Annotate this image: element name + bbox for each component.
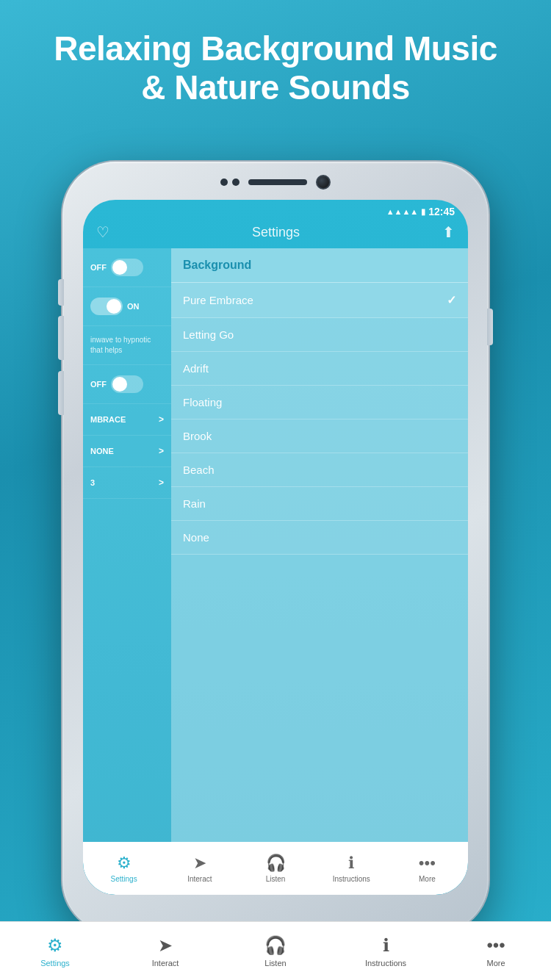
option3-label: 3	[90, 478, 95, 487]
dropdown-item-label-1: Letting Go	[183, 328, 234, 341]
dropdown-item-6[interactable]: Rain	[171, 487, 468, 521]
description-text: inwave to hypnotic that helps	[83, 326, 171, 365]
toggle1-label: OFF	[90, 263, 107, 272]
listen-tab-label: Listen	[266, 875, 286, 883]
outer-settings-label: Settings	[40, 959, 70, 968]
tab-settings[interactable]: ⚙ Settings	[86, 848, 162, 889]
settings-tab-label: Settings	[111, 875, 137, 883]
dropdown-item-2[interactable]: Adrift	[171, 352, 468, 386]
toggle-row-1[interactable]: OFF	[83, 248, 171, 287]
dot2	[232, 179, 240, 186]
battery-icon: ▮	[421, 207, 425, 217]
toggle3-knob	[112, 377, 127, 392]
clock: 12:45	[428, 206, 455, 217]
camera-lens	[316, 175, 331, 190]
dropdown-item-0[interactable]: Pure Embrace ✓	[171, 283, 468, 318]
dropdown-item-label-3: Floating	[183, 396, 222, 408]
outer-tab-more[interactable]: ••• More	[441, 935, 551, 968]
outer-interact-icon: ➤	[158, 935, 173, 956]
chevron-icon-1: >	[159, 414, 164, 425]
dropdown-item-label-5: Beach	[183, 464, 215, 476]
toggle-row-2[interactable]: ON	[83, 287, 171, 326]
tab-more[interactable]: ••• More	[389, 848, 465, 889]
dot1	[220, 179, 228, 186]
option2-label: NONE	[90, 447, 114, 455]
outer-instructions-label: Instructions	[365, 959, 406, 968]
power-button[interactable]	[487, 309, 493, 345]
toggle1[interactable]	[111, 259, 143, 276]
mute-button[interactable]	[58, 279, 64, 306]
left-panel: OFF ON inwave to hypnotic that helps	[83, 248, 171, 877]
option-row-1[interactable]: MBRACE >	[83, 404, 171, 436]
dropdown-item-label-4: Brook	[183, 430, 212, 442]
option-row-2[interactable]: NONE >	[83, 436, 171, 467]
share-icon[interactable]: ⬆	[442, 223, 455, 241]
chevron-icon-2: >	[159, 446, 164, 456]
dropdown-item-label-0: Pure Embrace	[183, 294, 253, 306]
outer-tab-interact[interactable]: ➤ Interact	[110, 935, 220, 968]
outer-tab-listen[interactable]: 🎧 Listen	[220, 935, 331, 968]
toggle2-label: ON	[127, 302, 140, 311]
instructions-tab-label: Instructions	[333, 875, 370, 883]
phone-shell: ▲▲▲▲ ▮ 12:45 ♡ Settings ⬆ OFF	[62, 162, 489, 933]
toggle2-knob	[107, 299, 121, 314]
phone-screen: ▲▲▲▲ ▮ 12:45 ♡ Settings ⬆ OFF	[83, 200, 468, 895]
interact-icon: ➤	[193, 854, 206, 873]
outer-more-icon: •••	[486, 935, 505, 956]
dropdown-item-1[interactable]: Letting Go	[171, 318, 468, 352]
outer-info-icon: ℹ	[383, 935, 389, 956]
more-tab-label: More	[419, 875, 436, 883]
chevron-icon-3: >	[159, 478, 164, 488]
phone-tab-bar: ⚙ Settings ➤ Interact 🎧 Listen ℹ Instruc…	[83, 842, 468, 895]
screen-title: Settings	[252, 225, 300, 240]
info-icon: ℹ	[348, 854, 354, 873]
dropdown-item-label-7: None	[183, 531, 209, 544]
outer-tab-settings[interactable]: ⚙ Settings	[0, 935, 110, 968]
header-title: Relaxing Background Music & Nature Sound…	[0, 0, 551, 122]
selected-checkmark: ✓	[447, 293, 456, 307]
settings-icon: ⚙	[117, 854, 132, 873]
phone-top-notch	[220, 175, 331, 190]
volume-up-button[interactable]	[58, 316, 64, 360]
phone-device: ▲▲▲▲ ▮ 12:45 ♡ Settings ⬆ OFF	[62, 162, 489, 933]
tab-interact[interactable]: ➤ Interact	[162, 848, 237, 889]
outer-settings-icon: ⚙	[47, 935, 63, 956]
main-content: OFF ON inwave to hypnotic that helps	[83, 248, 468, 877]
dropdown-item-label-6: Rain	[183, 497, 206, 510]
option1-label: MBRACE	[90, 415, 126, 424]
toggle2[interactable]	[90, 298, 123, 315]
tab-listen[interactable]: 🎧 Listen	[237, 848, 313, 889]
top-navigation-bar: ♡ Settings ⬆	[83, 220, 468, 248]
listen-icon: 🎧	[266, 854, 286, 873]
dropdown-items: Pure Embrace ✓ Letting Go Adrift Floatin…	[171, 283, 468, 555]
more-icon: •••	[419, 854, 436, 873]
toggle1-knob	[112, 260, 127, 275]
outer-tab-instructions[interactable]: ℹ Instructions	[331, 935, 441, 968]
dropdown-item-4[interactable]: Brook	[171, 419, 468, 453]
outer-tab-bar: ⚙ Settings ➤ Interact 🎧 Listen ℹ Instruc…	[0, 921, 551, 980]
outer-listen-label: Listen	[264, 959, 286, 968]
toggle3-label: OFF	[90, 380, 107, 389]
background-dropdown-panel: Background Pure Embrace ✓ Letting Go Adr…	[171, 248, 468, 877]
outer-listen-icon: 🎧	[264, 935, 287, 956]
volume-down-button[interactable]	[58, 371, 64, 415]
signal-icon: ▲▲▲▲	[386, 207, 419, 216]
status-bar: ▲▲▲▲ ▮ 12:45	[83, 200, 468, 220]
interact-tab-label: Interact	[187, 875, 212, 883]
dropdown-item-label-2: Adrift	[183, 362, 209, 375]
speaker-grill	[248, 179, 307, 185]
dropdown-item-5[interactable]: Beach	[171, 453, 468, 487]
toggle3[interactable]	[111, 375, 143, 393]
tab-instructions[interactable]: ℹ Instructions	[314, 848, 389, 889]
outer-interact-label: Interact	[152, 959, 179, 968]
section-background-header: Background	[171, 248, 468, 283]
favorite-icon[interactable]: ♡	[96, 223, 109, 241]
toggle-row-3[interactable]: OFF	[83, 365, 171, 404]
dropdown-item-3[interactable]: Floating	[171, 386, 468, 419]
dropdown-item-7[interactable]: None	[171, 521, 468, 555]
option-row-3[interactable]: 3 >	[83, 467, 171, 499]
outer-more-label: More	[486, 959, 505, 968]
